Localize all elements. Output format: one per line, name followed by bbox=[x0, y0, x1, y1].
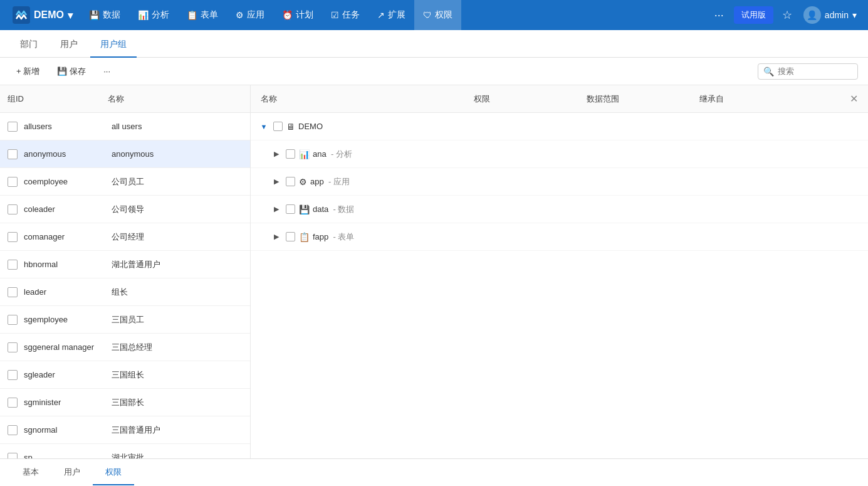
user-dropdown-icon: ▾ bbox=[852, 10, 857, 20]
row-name: 湖北审批 bbox=[112, 452, 243, 459]
top-navigation: DEMO ▾ 💾 数据 📊 分析 📋 表单 ⚙ 应用 ⏰ 计划 ☑ 任务 ↗ 扩… bbox=[0, 0, 868, 30]
tree-node-checkbox[interactable] bbox=[286, 149, 295, 159]
analysis-icon: 📊 bbox=[138, 10, 149, 20]
save-icon: 💾 bbox=[57, 66, 67, 76]
bottom-tab-basic[interactable]: 基本 bbox=[10, 460, 51, 485]
app-icon: ⚙ bbox=[299, 177, 307, 187]
list-item[interactable]: sgnormal 三国普通用户 bbox=[0, 416, 250, 444]
expand-arrow-icon[interactable]: ▶ bbox=[271, 204, 282, 215]
tree-node-fapp[interactable]: ▶ 📋 fapp - 表单 bbox=[251, 223, 868, 251]
list-item[interactable]: allusers all users bbox=[0, 113, 250, 140]
row-checkbox[interactable] bbox=[8, 232, 18, 242]
row-name: 三国普通用户 bbox=[112, 425, 243, 436]
expand-arrow-icon[interactable]: ▶ bbox=[271, 149, 282, 160]
nav-permission[interactable]: 🛡 权限 bbox=[414, 0, 461, 30]
nav-analysis[interactable]: 📊 分析 bbox=[129, 0, 178, 30]
tree-node-checkbox[interactable] bbox=[273, 122, 283, 131]
nav-plan[interactable]: ⏰ 计划 bbox=[273, 0, 322, 30]
header-permission: 权限 bbox=[474, 93, 587, 105]
tab-usergroup[interactable]: 用户组 bbox=[90, 33, 137, 58]
close-panel-icon[interactable]: ✕ bbox=[850, 93, 858, 105]
list-item[interactable]: sgemployee 三国员工 bbox=[0, 306, 250, 334]
row-name: 组长 bbox=[112, 287, 243, 298]
star-icon[interactable]: ☆ bbox=[777, 8, 797, 22]
content-area: 组ID 名称 allusers all users anonymous anon… bbox=[0, 85, 868, 458]
sub-navigation: 部门 用户 用户组 bbox=[0, 30, 868, 58]
tab-users[interactable]: 用户 bbox=[50, 33, 88, 58]
expand-arrow-icon[interactable]: ▶ bbox=[271, 231, 282, 243]
list-item[interactable]: leader 组长 bbox=[0, 278, 250, 306]
row-checkbox[interactable] bbox=[8, 342, 18, 352]
tree-node-checkbox[interactable] bbox=[286, 204, 295, 214]
header-name: 名称 bbox=[261, 93, 474, 105]
user-menu[interactable]: 👤 admin ▾ bbox=[797, 6, 863, 24]
nav-data[interactable]: 💾 数据 bbox=[80, 0, 129, 30]
row-checkbox[interactable] bbox=[8, 425, 18, 435]
row-id: sp bbox=[24, 453, 112, 458]
data-icon: 💾 bbox=[299, 204, 310, 214]
row-checkbox[interactable] bbox=[8, 370, 18, 380]
bottom-tab-permission[interactable]: 权限 bbox=[93, 460, 134, 485]
tab-dept[interactable]: 部门 bbox=[10, 33, 48, 58]
tree-node-label: DEMO bbox=[298, 122, 468, 131]
row-checkbox[interactable] bbox=[8, 177, 18, 187]
tree-node-demo[interactable]: ▼ 🖥 DEMO bbox=[251, 113, 868, 140]
brand-name: DEMO bbox=[34, 9, 64, 21]
brand-dropdown-icon[interactable]: ▾ bbox=[68, 9, 73, 21]
user-name: admin bbox=[825, 10, 849, 20]
trial-button[interactable]: 试用版 bbox=[734, 6, 773, 24]
tree-node-checkbox[interactable] bbox=[286, 177, 295, 186]
row-id: allusers bbox=[24, 122, 112, 131]
tree-node-label: fapp - 表单 bbox=[313, 231, 475, 243]
row-id: sgleader bbox=[24, 370, 112, 379]
nav-app[interactable]: ⚙ 应用 bbox=[227, 0, 273, 30]
list-item[interactable]: comanager 公司经理 bbox=[0, 223, 250, 251]
app-icon: ⚙ bbox=[236, 10, 244, 20]
list-item[interactable]: sgleader 三国组长 bbox=[0, 361, 250, 389]
search-icon: 🔍 bbox=[763, 66, 774, 77]
nav-more-button[interactable]: ··· bbox=[708, 0, 730, 30]
tree-node-ana[interactable]: ▶ 📊 ana - 分析 bbox=[251, 140, 868, 168]
list-item[interactable]: anonymous anonymous bbox=[0, 140, 250, 168]
user-avatar: 👤 bbox=[803, 6, 821, 24]
analysis-icon: 📊 bbox=[299, 149, 310, 159]
plan-icon: ⏰ bbox=[282, 10, 293, 20]
list-item[interactable]: sgminister 三国部长 bbox=[0, 389, 250, 416]
search-box[interactable]: 🔍 bbox=[758, 63, 858, 80]
row-name: 湖北普通用户 bbox=[112, 259, 243, 270]
row-id: sggeneral manager bbox=[24, 342, 112, 352]
row-name: 三国总经理 bbox=[112, 342, 243, 353]
nav-extend[interactable]: ↗ 扩展 bbox=[369, 0, 414, 30]
list-item[interactable]: hbnormal 湖北普通用户 bbox=[0, 251, 250, 278]
nav-task[interactable]: ☑ 任务 bbox=[322, 0, 369, 30]
list-item[interactable]: sggeneral manager 三国总经理 bbox=[0, 334, 250, 361]
list-item[interactable]: coleader 公司领导 bbox=[0, 196, 250, 223]
row-name: 公司员工 bbox=[112, 176, 243, 188]
tree-node-checkbox[interactable] bbox=[286, 232, 295, 241]
row-checkbox[interactable] bbox=[8, 315, 18, 325]
row-checkbox[interactable] bbox=[8, 260, 18, 270]
row-checkbox[interactable] bbox=[8, 204, 18, 214]
brand-logo[interactable]: DEMO ▾ bbox=[5, 6, 80, 24]
bottom-tab-users[interactable]: 用户 bbox=[51, 460, 93, 485]
nav-form[interactable]: 📋 表单 bbox=[178, 0, 227, 30]
expand-arrow-icon[interactable]: ▼ bbox=[258, 121, 269, 132]
tree-node-label: data - 数据 bbox=[313, 204, 475, 215]
search-input[interactable] bbox=[778, 66, 853, 76]
tree-node-app[interactable]: ▶ ⚙ app - 应用 bbox=[251, 168, 868, 196]
tree-node-data[interactable]: ▶ 💾 data - 数据 bbox=[251, 196, 868, 223]
save-button[interactable]: 💾 保存 bbox=[51, 63, 92, 80]
row-checkbox[interactable] bbox=[8, 149, 18, 159]
expand-arrow-icon[interactable]: ▶ bbox=[271, 176, 282, 188]
row-checkbox[interactable] bbox=[8, 287, 18, 297]
list-item[interactable]: sp 湖北审批 bbox=[0, 444, 250, 458]
row-id: comanager bbox=[24, 232, 112, 241]
form-icon: 📋 bbox=[187, 10, 197, 20]
row-checkbox[interactable] bbox=[8, 398, 18, 408]
row-checkbox[interactable] bbox=[8, 453, 18, 459]
add-button[interactable]: + 新增 bbox=[10, 63, 46, 80]
row-id: coemployee bbox=[24, 177, 112, 186]
more-options-button[interactable]: ··· bbox=[97, 63, 117, 79]
list-item[interactable]: coemployee 公司员工 bbox=[0, 168, 250, 196]
row-checkbox[interactable] bbox=[8, 122, 18, 132]
